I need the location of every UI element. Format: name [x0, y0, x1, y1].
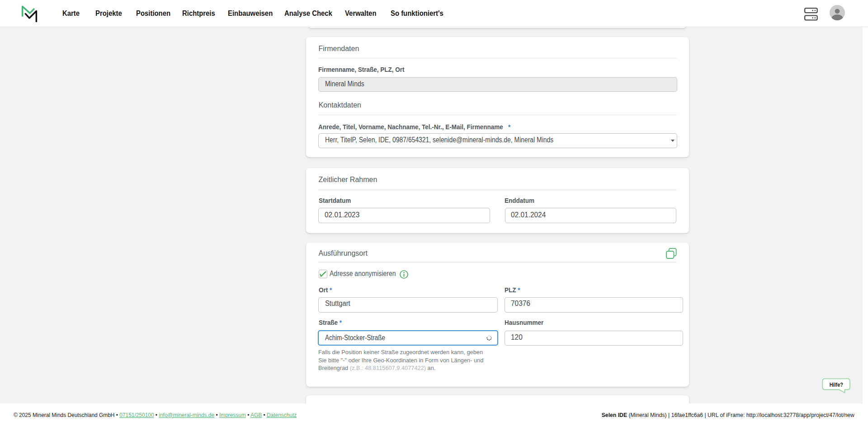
svg-text:Hilfe?: Hilfe? — [830, 381, 843, 388]
